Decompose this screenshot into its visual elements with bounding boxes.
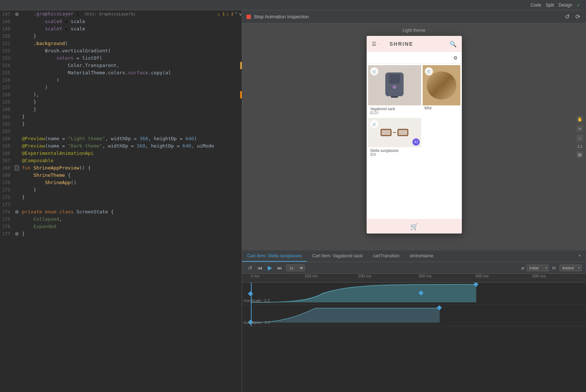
shrine-logo-diamond (379, 40, 387, 48)
sunglasses-info: Stella sunglasses $58 (368, 147, 422, 158)
from-state-dropdown[interactable]: Initial Added (527, 265, 549, 271)
zoom-out-btn[interactable]: − (576, 135, 583, 142)
ruler-mark-100ms: 100 ms (304, 274, 318, 278)
design-tab[interactable]: Design (559, 3, 572, 8)
shrine-search-icon[interactable]: 🔍 (449, 41, 457, 48)
shrine-cart-button[interactable]: 🛒 (367, 219, 462, 234)
bookmark-icon (14, 165, 19, 171)
chevron-up-icon[interactable]: ^ (235, 11, 238, 18)
tab-dropdown-icon[interactable]: ▾ (579, 253, 581, 258)
tab-cart-transition[interactable]: cartTransition (368, 250, 404, 262)
code-tab[interactable]: Code (531, 3, 541, 8)
breakpoint-dot[interactable] (15, 12, 19, 16)
code-content: fun ShrineAppPreview() { (21, 164, 242, 172)
to-label: to (552, 265, 556, 270)
line-number: 151 (0, 40, 13, 47)
shrine-products: 🛒 Vagabond sack (367, 64, 462, 219)
stop-dot-icon (246, 15, 251, 19)
track-iconalpha: iconAlpha : 0.0 (242, 305, 586, 326)
warning-area: ⚠ 1 ⚠ 2 ^ v (218, 11, 242, 18)
breakpoint-dot[interactable] (15, 210, 19, 214)
code-panel: 147 .graphicsLayer { this: GraphicsLayer… (0, 10, 242, 392)
timeline-cursor-alpha[interactable] (251, 305, 252, 326)
code-content: ShrineApp() (21, 179, 242, 186)
line-number: 158 (0, 91, 13, 98)
code-content: } (21, 186, 242, 194)
cart-button-icon: 🛒 (410, 223, 418, 230)
line-number: 162 (0, 120, 13, 128)
code-line-165: 165 @Preview(name = "Dark theme", widthD… (0, 142, 242, 150)
code-content: @Preview(name = "Light theme", widthDp =… (21, 135, 242, 142)
line-number: 159 (0, 98, 13, 106)
code-line-175: 175 Collapsed, (0, 216, 242, 223)
split-tab[interactable]: Split (546, 3, 554, 8)
preview-scroll-controls: ✋ + − 1:1 ⊞ (576, 116, 583, 158)
line-number: 149 (0, 25, 13, 33)
code-content: scaleY = scale (21, 25, 242, 33)
tab-shrine-name[interactable]: shrineName ▾ (405, 250, 586, 262)
reset-btn[interactable]: ↺ (246, 264, 254, 272)
cursor-icon-btn[interactable]: ✋ (576, 116, 583, 123)
timeline-area: 0 ms 100 ms 200 ms 300 ms 400 ms 500 ms (242, 274, 586, 392)
line-number: 164 (0, 135, 13, 142)
refresh-icon-btn[interactable]: ↺ (563, 12, 571, 21)
tab-vagabond-sack[interactable]: Cart Item: Vagabond sack (307, 250, 368, 262)
warn-badge-1[interactable]: ⚠ 1 (218, 11, 225, 18)
line-number: 176 (0, 223, 13, 230)
code-line-154: 154 Color.Transparent, (0, 62, 242, 69)
shrine-menu-icon[interactable]: ☰ (372, 41, 377, 47)
code-line-148: 148 scaleX = scale (0, 18, 242, 25)
line-number: 167 (0, 157, 13, 164)
sunglasses-price: $58 (370, 153, 419, 157)
code-content: .graphicsLayer { this: GraphicsLayerSc (21, 10, 215, 18)
speed-selector[interactable]: 1x 0.5x 2x (286, 265, 305, 271)
line-number: 157 (0, 84, 13, 91)
to-state-dropdown[interactable]: Added Initial (560, 265, 582, 271)
shrine-title: SHRINE (390, 41, 446, 47)
top-bar: Code Split Design ✓ (0, 0, 586, 10)
code-line-161: 161 } (0, 113, 242, 120)
sunglass-lens-left (381, 129, 392, 136)
step-back-btn[interactable]: ⏮ (256, 264, 264, 272)
code-content: ) (21, 84, 242, 91)
timeline-cursor[interactable] (251, 283, 252, 304)
cart-overlay-sunglasses[interactable]: 🛒 (370, 120, 378, 128)
code-content: @ExperimentalAnimationApi (21, 150, 242, 157)
tab-stella-label: Cart Item: Stella sunglasses (247, 253, 302, 258)
ruler-mark-0ms: 0 ms (251, 274, 260, 278)
track-iconscale: iconScale : 0.2 (242, 283, 586, 305)
warn-badge-2[interactable]: ⚠ 2 (226, 11, 234, 18)
belt-shape (427, 71, 457, 100)
line-number: 165 (0, 142, 13, 150)
svg-rect-3 (389, 74, 400, 83)
shrine-filter-icon[interactable]: ⚙ (454, 54, 457, 61)
product-column-right: 🛒 Whit (423, 65, 460, 217)
preview-area: Light theme ☰ SHRINE 🔍 ⚙ (242, 23, 586, 250)
line-number: 148 (0, 18, 13, 25)
step-forward-btn[interactable]: ⏭ (276, 264, 284, 272)
breakpoint-dot[interactable] (15, 232, 19, 236)
code-line-171: 171 } (0, 186, 242, 194)
code-line-159: 159 } (0, 98, 242, 106)
code-line-158: 158 ), (0, 91, 242, 98)
sunglasses-image: 🛒 AJ (368, 118, 422, 147)
code-line-147: 147 .graphicsLayer { this: GraphicsLayer… (0, 10, 242, 18)
code-content: .background( (21, 40, 242, 47)
tab-vagabond-label: Cart Item: Vagabond sack (312, 253, 363, 258)
code-content: Color.Transparent, (21, 62, 240, 69)
backpack-svg (380, 69, 409, 102)
zoom-in-btn[interactable]: + (576, 126, 583, 132)
line-number: 147 (0, 11, 13, 18)
frame-fit-btn[interactable]: ⊞ (576, 152, 583, 158)
play-btn[interactable]: ▶ (266, 264, 274, 272)
cart-overlay-backpack[interactable]: 🛒 (370, 67, 378, 75)
chevron-down-icon[interactable]: v (239, 11, 242, 18)
code-line-174: 174 private enum class ScreenState { (0, 208, 242, 216)
product-avatar: AJ (412, 138, 420, 146)
code-content: Collapsed, (21, 216, 242, 223)
code-content: } (21, 120, 242, 128)
line-number: 169 (0, 172, 13, 179)
line-gutter (13, 232, 21, 236)
refresh2-icon-btn[interactable]: ⟳ (574, 12, 582, 21)
tab-stella-sunglasses[interactable]: Cart Item: Stella sunglasses (242, 250, 307, 262)
